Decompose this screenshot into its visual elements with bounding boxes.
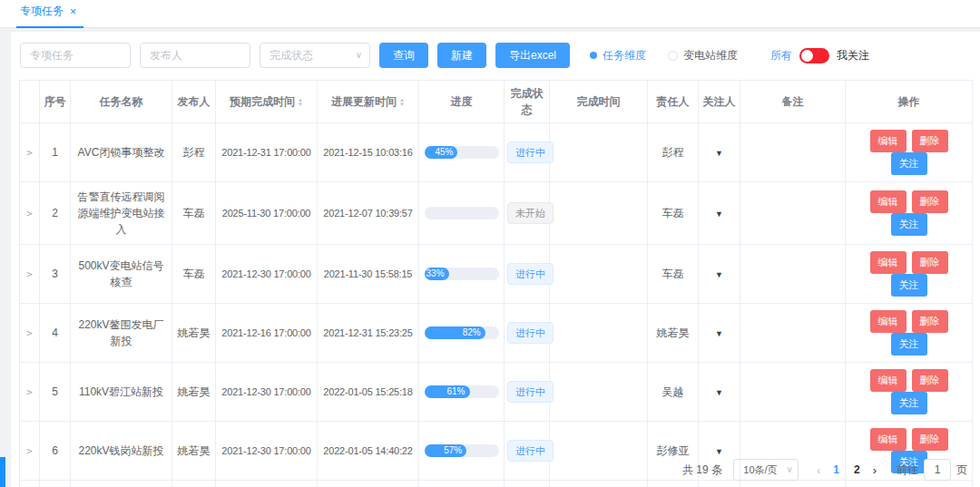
- tab-close-icon[interactable]: ×: [70, 5, 76, 18]
- expand-row-icon[interactable]: >: [26, 268, 33, 280]
- row-number: 5: [52, 385, 58, 398]
- progress-fill: 61%: [425, 385, 470, 398]
- column-header-expected-time[interactable]: 预期完成时间▲▼: [216, 81, 318, 123]
- status-select[interactable]: 完成状态 ∨: [260, 43, 370, 68]
- edit-button[interactable]: 编辑: [870, 428, 906, 451]
- total-count-label: 共 19 条: [682, 463, 722, 478]
- page-button-2[interactable]: 2: [847, 463, 867, 476]
- tab-title: 专项任务: [20, 4, 64, 19]
- delete-button[interactable]: 删除: [912, 190, 948, 213]
- expand-row-icon[interactable]: >: [26, 445, 33, 457]
- expected-time-cell: 2021-12-30 17:00:00: [216, 422, 318, 481]
- column-label: 序号: [44, 95, 66, 108]
- table-row: >2告警直传远程调阅源端维护变电站接入车磊2025-11-30 17:00:00…: [20, 182, 973, 245]
- expand-row-icon[interactable]: >: [26, 208, 33, 219]
- follower-dropdown-icon[interactable]: ▼: [715, 149, 723, 158]
- radio-task-dimension[interactable]: 任务维度: [590, 48, 646, 63]
- edit-button[interactable]: 编辑: [870, 190, 906, 213]
- follow-button[interactable]: 关注: [891, 213, 927, 236]
- column-label: 备注: [782, 95, 804, 108]
- follower-dropdown-icon[interactable]: ▼: [715, 329, 723, 338]
- tab-special-tasks[interactable]: 专项任务 ×: [16, 0, 83, 27]
- expected-time-cell: 2021-12-30 17:00:00: [216, 363, 318, 422]
- edit-button[interactable]: 编辑: [870, 251, 906, 274]
- publisher-cell: 车磊: [172, 245, 216, 304]
- expand-row-icon[interactable]: >: [26, 147, 33, 159]
- goto-page-input[interactable]: [924, 459, 951, 481]
- status-cell: 未开始: [505, 182, 550, 245]
- delete-button[interactable]: 删除: [912, 369, 948, 392]
- edit-button[interactable]: 编辑: [870, 369, 906, 392]
- publisher: 姚若昊: [178, 444, 211, 457]
- expand-row-icon[interactable]: >: [26, 386, 33, 398]
- sort-desc-icon[interactable]: ▼: [298, 102, 303, 107]
- follow-button[interactable]: 关注: [891, 392, 927, 414]
- radio-station-dimension[interactable]: 变电站维度: [668, 48, 738, 63]
- edit-button[interactable]: 编辑: [870, 130, 906, 152]
- task-name-cell: 110kV碧江站新投: [71, 363, 172, 422]
- update-time: 2021-12-07 10:39:57: [323, 208, 412, 219]
- column-header-update-time[interactable]: 进展更新时间▲▼: [318, 81, 419, 123]
- radio-task-dimension-label: 任务维度: [603, 48, 646, 63]
- column-label: 关注人: [703, 95, 736, 108]
- expand-cell: >: [20, 245, 40, 304]
- finish-time-cell: [550, 363, 648, 422]
- expected-time-cell: 2021-11-30 17:00:00: [216, 481, 318, 487]
- task-name: AVC闭锁事项整改: [78, 146, 165, 159]
- follower-dropdown-icon[interactable]: ▼: [715, 447, 723, 456]
- publisher: 姚若昊: [178, 326, 211, 339]
- export-excel-button[interactable]: 导出excel: [495, 43, 570, 68]
- chevron-down-icon: ∨: [356, 50, 362, 60]
- expand-cell: >: [20, 123, 40, 182]
- progress-bar: 45%: [425, 146, 499, 159]
- delete-button[interactable]: 删除: [912, 130, 948, 152]
- delete-button[interactable]: 删除: [912, 428, 948, 451]
- follower-dropdown-icon[interactable]: ▼: [715, 209, 723, 219]
- goto-page: 前往 页: [897, 459, 967, 481]
- edit-button[interactable]: 编辑: [870, 310, 906, 333]
- prev-page-button[interactable]: ‹: [811, 463, 826, 477]
- publisher-cell: 姚若昊: [172, 481, 216, 487]
- expand-cell: >: [20, 182, 40, 245]
- follower-dropdown-icon[interactable]: ▼: [715, 388, 723, 397]
- follow-button[interactable]: 关注: [891, 333, 927, 356]
- page-size-select[interactable]: 10条/页 ∨: [733, 459, 799, 481]
- create-button[interactable]: 新建: [437, 43, 486, 68]
- operations-cell: 编辑删除关注: [846, 123, 973, 182]
- delete-button[interactable]: 删除: [912, 310, 948, 333]
- expected-time: 2021-12-31 17:00:00: [221, 147, 310, 158]
- publisher-input[interactable]: [140, 43, 250, 68]
- next-page-button[interactable]: ›: [867, 463, 882, 477]
- progress-fill: 45%: [425, 146, 458, 159]
- progress-cell: 61%: [419, 363, 505, 422]
- column-header-owner: 责任人: [648, 81, 699, 123]
- query-button[interactable]: 查询: [379, 43, 428, 68]
- follower-dropdown-icon[interactable]: ▼: [715, 270, 723, 279]
- finish-time-cell: [550, 422, 648, 481]
- owner-cell: 吴越: [648, 363, 699, 422]
- row-number-cell: 2: [40, 182, 71, 245]
- expected-time-cell: 2021-12-30 17:00:00: [216, 245, 318, 304]
- sort-desc-icon[interactable]: ▼: [399, 102, 405, 107]
- update-time: 2022-01-05 15:25:18: [323, 386, 412, 397]
- follow-switch-group: 所有 我关注: [770, 48, 869, 63]
- follower-cell: ▼: [699, 245, 740, 304]
- status-select-placeholder: 完成状态: [270, 48, 313, 63]
- update-time-cell: 2021-12-07 10:39:57: [318, 182, 419, 245]
- sort-icons[interactable]: ▲▼: [399, 98, 405, 107]
- progress-bar: 82%: [425, 326, 499, 339]
- expand-row-icon[interactable]: >: [26, 327, 33, 339]
- chevron-down-icon: ∨: [787, 464, 793, 474]
- operations-cell: 编辑删除关注: [846, 245, 973, 304]
- update-time: 2021-12-31 15:23:25: [323, 327, 412, 338]
- table-row: >5110kV碧江站新投姚若昊2021-12-30 17:00:002022-0…: [20, 363, 973, 422]
- delete-button[interactable]: 删除: [912, 251, 948, 274]
- follow-toggle[interactable]: [799, 48, 829, 63]
- sort-icons[interactable]: ▲▼: [298, 98, 303, 107]
- task-name-input[interactable]: [20, 43, 131, 68]
- follow-button[interactable]: 关注: [891, 274, 927, 297]
- page-button-1[interactable]: 1: [826, 463, 847, 476]
- follow-button[interactable]: 关注: [891, 152, 927, 175]
- remark-cell: [740, 363, 846, 422]
- finish-time-cell: [550, 123, 648, 182]
